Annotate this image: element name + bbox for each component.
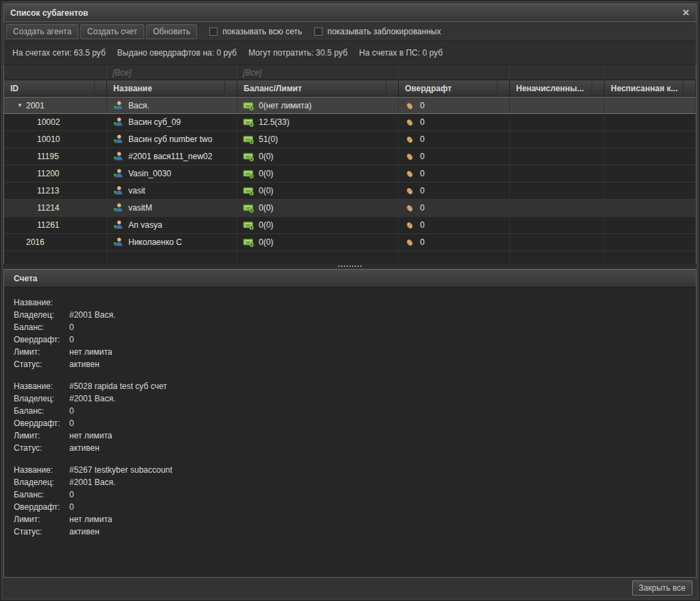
subagents-grid: [Все] [Все] ID Название Баланс/Лимит Ове…	[3, 65, 697, 263]
agent-name: Васин суб number two	[128, 134, 212, 144]
show-blocked-checkbox[interactable]	[314, 27, 323, 36]
agent-id: 10010	[37, 134, 60, 144]
agent-icon	[113, 168, 124, 179]
table-row[interactable]: ▼ 11261 An vasya	[4, 217, 696, 234]
account-field-label: Статус:	[14, 358, 69, 370]
account-field-label: Владелец:	[14, 476, 69, 488]
balance-money-icon	[243, 134, 254, 145]
filter-col5-input[interactable]	[510, 65, 605, 80]
unwithdrawn-cell	[605, 234, 696, 250]
unwithdrawn-cell	[605, 200, 696, 216]
filter-col6-input[interactable]	[605, 65, 696, 80]
filter-name-input[interactable]: [Все]	[107, 65, 237, 80]
column-header-id[interactable]: ID	[4, 80, 107, 96]
overdraft-hand-icon	[404, 202, 415, 213]
account-field-label: Статус:	[14, 442, 69, 454]
show-network-checkbox-wrap: показывать всю сеть	[209, 27, 302, 36]
overdraft-value: 0	[420, 186, 425, 196]
table-row[interactable]: ▼ 2001 Вася.	[4, 97, 696, 114]
table-row[interactable]: ▼ 10002 Васин суб_09	[4, 114, 696, 131]
account-field-value: 0	[69, 405, 74, 417]
table-row[interactable]: ▼ 11214 vasitM	[4, 200, 696, 217]
balance-value: 51(0)	[259, 134, 278, 144]
balance-value: 0(нет лимита)	[259, 101, 312, 110]
toolbar: Создать агента Создать счет Обновить пок…	[3, 22, 697, 40]
agent-name: vasit	[128, 186, 145, 196]
column-header-balance-limit[interactable]: Баланс/Лимит	[237, 80, 399, 96]
unwithdrawn-cell	[605, 165, 696, 182]
overdraft-hand-icon	[404, 237, 415, 248]
account-field-label: Статус:	[14, 526, 69, 538]
balance-value: 0(0)	[259, 169, 273, 178]
agent-icon	[113, 151, 124, 162]
account-field-value: 0	[69, 417, 74, 429]
account-field-line: Лимит: нет лимита	[14, 429, 686, 442]
account-field-label: Название:	[14, 296, 69, 309]
unwithdrawn-cell	[605, 114, 696, 130]
table-row[interactable]: ▼ 2016 Николаенко С	[4, 234, 696, 251]
agent-icon	[113, 134, 124, 145]
filter-overdraft-input[interactable]	[399, 65, 510, 80]
filter-id-input[interactable]	[4, 65, 107, 80]
create-account-button[interactable]: Создать счет	[80, 24, 144, 39]
account-field-line: Владелец: #2001 Вася.	[14, 476, 686, 488]
overdraft-value: 0	[420, 237, 425, 247]
table-row[interactable]: ▼ 11195 #2001 вася111_new02	[4, 148, 696, 165]
filter-balance-input[interactable]: [Все]	[237, 65, 399, 80]
table-row[interactable]: ▼ 11213 vasit	[4, 182, 696, 200]
column-header-unwithdrawn[interactable]: Несписанная к...	[605, 80, 696, 96]
account-field-value: 0	[69, 501, 74, 513]
column-header-overdraft[interactable]: Овердрафт	[399, 80, 510, 96]
agent-id: 2001	[26, 101, 45, 110]
expand-arrow-icon[interactable]: ▼	[14, 102, 26, 108]
overdraft-hand-icon	[404, 117, 415, 128]
balance-value: 0(0)	[259, 186, 273, 196]
unwithdrawn-cell	[605, 131, 696, 148]
grid-empty-area	[4, 251, 696, 263]
unaccrued-cell	[510, 148, 605, 165]
account-field-line: Название: #5267 testkyber subaccount	[14, 464, 686, 476]
unaccrued-cell	[510, 97, 605, 113]
account-field-line: Баланс: 0	[14, 321, 686, 333]
close-all-button[interactable]: Закрыть все	[632, 580, 692, 596]
grid-filter-row: [Все] [Все]	[4, 65, 696, 80]
agent-id: 11195	[37, 152, 59, 161]
account-field-label: Лимит:	[14, 346, 69, 358]
balance-money-icon	[243, 117, 254, 128]
overdraft-value: 0	[420, 220, 425, 230]
balance-money-icon	[243, 220, 254, 231]
subagents-window: Список субагентов ✕ Создать агента Созда…	[0, 0, 700, 601]
account-field-value: активен	[69, 442, 100, 454]
column-header-unaccrued[interactable]: Неначисленны...	[510, 80, 605, 96]
agent-id: 11213	[37, 186, 59, 196]
table-row[interactable]: ▼ 10010 Васин суб number two	[4, 131, 696, 148]
show-network-checkbox[interactable]	[209, 27, 218, 36]
account-field-value: нет лимита	[69, 429, 112, 442]
agent-id: 2016	[26, 237, 45, 247]
agent-name: An vasya	[128, 220, 162, 230]
unwithdrawn-cell	[605, 97, 696, 113]
panel-splitter[interactable]	[3, 263, 697, 269]
agent-name: Vasin_0030	[128, 169, 172, 178]
account-field-line: Статус: активен	[14, 358, 686, 370]
account-block: Название: #5028 rapida test суб счет Вла…	[14, 380, 686, 454]
account-field-line: Статус: активен	[14, 526, 686, 538]
account-field-label: Баланс:	[14, 488, 69, 501]
balance-money-icon	[243, 202, 254, 213]
agent-id: 10002	[37, 117, 60, 127]
column-header-name[interactable]: Название	[107, 80, 237, 96]
agent-icon	[113, 220, 124, 231]
accounts-panel: Счета Название: Владелец: #2001 Вася. Ба…	[3, 269, 697, 578]
status-overdrafts-given: Выдано овердрафтов на: 0 руб	[117, 48, 237, 58]
window-titlebar[interactable]: Список субагентов ✕	[3, 3, 697, 22]
overdraft-hand-icon	[404, 151, 415, 162]
balance-money-icon	[243, 185, 254, 196]
agent-id: 11214	[37, 203, 59, 213]
refresh-button[interactable]: Обновить	[146, 24, 197, 39]
close-icon[interactable]: ✕	[682, 8, 690, 17]
account-field-line: Владелец: #2001 Вася.	[14, 392, 686, 405]
create-agent-button[interactable]: Создать агента	[6, 24, 78, 39]
account-field-label: Лимит:	[14, 513, 69, 526]
account-field-value: #2001 Вася.	[69, 476, 115, 488]
table-row[interactable]: ▼ 11200 Vasin_0030	[4, 165, 696, 182]
